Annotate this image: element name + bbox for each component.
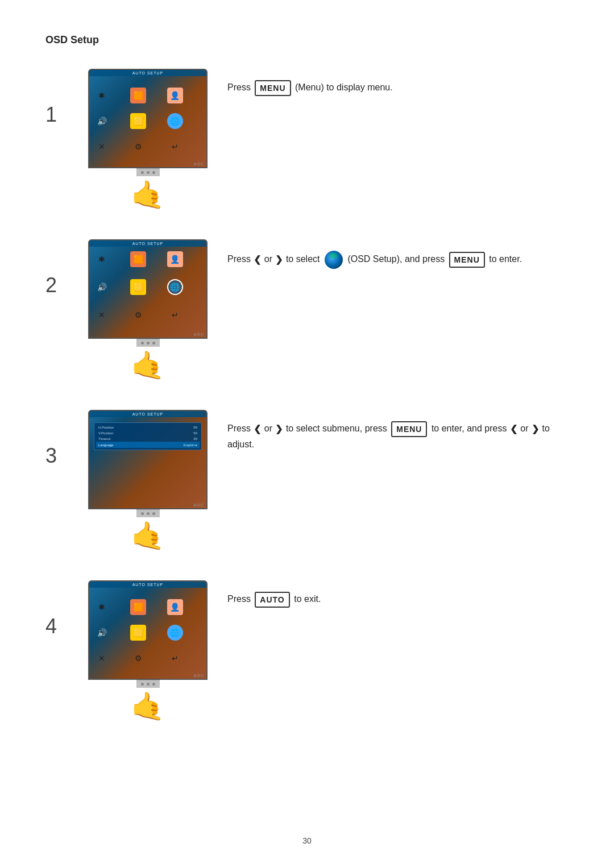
submenu-value: 50	[193, 426, 197, 429]
osd-icon: 🔊	[94, 279, 110, 295]
osd-icons-4: ✱ 🟧 👤 🔊 🟨 🌐 ✕ ⚙ ↵	[89, 588, 206, 679]
aoc-logo-4: AOC	[193, 674, 204, 678]
osd-icon: ↵	[167, 307, 183, 323]
osd-icons-1: ✱ 🟧 👤 🔊 🟨 🌐 ✕ ⚙ ↵	[89, 76, 206, 167]
dot	[141, 512, 144, 515]
osd-icon: ✱	[94, 599, 110, 615]
step-3-image: AUTO SETUP H.Position 50 V.Position 50	[85, 410, 210, 552]
screen-1: AUTO SETUP ✱ 🟧 👤 🔊 🟨 🌐 ✕ ⚙ ↵ AO	[89, 70, 206, 167]
osd-icon: 👤	[167, 251, 183, 267]
osd-icon: 🌐	[167, 625, 183, 641]
aoc-logo-1: AOC	[193, 162, 204, 166]
submenu-value: 30	[193, 437, 197, 441]
osd-icon: ⚙	[130, 139, 146, 155]
step-1-number: 1	[45, 69, 68, 127]
osd-icon: ⚙	[130, 307, 146, 323]
submenu-item: Timeout 30	[96, 436, 200, 442]
monitor-bottom-1	[136, 168, 160, 176]
chevron-right-3b: ❯	[532, 422, 539, 437]
osd-bar-2: AUTO SETUP	[89, 240, 206, 247]
chevron-left-3a: ❮	[254, 422, 261, 437]
screen-3: AUTO SETUP H.Position 50 V.Position 50	[89, 411, 206, 508]
osd-icon: 🟧	[130, 88, 146, 103]
osd-icon: 🟨	[130, 113, 146, 129]
menu-button-label-3: MENU	[391, 421, 427, 437]
step-4-description: Press AUTO to exit.	[227, 580, 569, 608]
screen-2: AUTO SETUP ✱ 🟧 👤 🔊 🟨 🌐 ✕ ⚙ ↵ AO	[89, 240, 206, 338]
dot	[152, 342, 155, 344]
dot	[147, 512, 150, 515]
submenu-value: 50	[193, 431, 197, 435]
step-1-row: 1 AUTO SETUP ✱ 🟧 👤 🔊 🟨 🌐 ✕ ⚙	[45, 69, 569, 211]
osd-icon: ⚙	[130, 650, 146, 666]
dot	[141, 342, 144, 344]
monitor-2: AUTO SETUP ✱ 🟧 👤 🔊 🟨 🌐 ✕ ⚙ ↵ AO	[88, 239, 208, 339]
osd-icon: 🔊	[94, 113, 110, 129]
monitor-bottom-2	[136, 339, 160, 347]
dot	[141, 683, 144, 686]
dot	[147, 683, 150, 686]
screen-4: AUTO SETUP ✱ 🟧 👤 🔊 🟨 🌐 ✕ ⚙ ↵ AO	[89, 582, 206, 679]
submenu-item: H.Position 50	[96, 425, 200, 430]
osd-icon: 👤	[167, 599, 183, 615]
submenu-label: Timeout	[98, 437, 110, 441]
osd-icon-globe: 🌐	[167, 279, 183, 295]
chevron-left-3b: ❮	[510, 422, 517, 437]
globe-icon-2	[325, 251, 343, 269]
osd-icon: ✕	[94, 650, 110, 666]
osd-bar-3: AUTO SETUP	[89, 411, 206, 417]
submenu-label: V.Position	[98, 431, 113, 435]
dot	[147, 171, 150, 174]
dot	[152, 512, 155, 515]
dot	[152, 171, 155, 174]
osd-icon: 🌐	[167, 113, 183, 129]
osd-icons-2: ✱ 🟧 👤 🔊 🟨 🌐 ✕ ⚙ ↵	[89, 247, 206, 338]
chevron-left-2: ❮	[254, 252, 261, 267]
dot	[152, 683, 155, 686]
step-4-image: AUTO SETUP ✱ 🟧 👤 🔊 🟨 🌐 ✕ ⚙ ↵ AO	[85, 580, 210, 722]
menu-button-label-1: MENU	[255, 80, 291, 96]
submenu-item: V.Position 50	[96, 430, 200, 436]
chevron-right-3a: ❯	[275, 422, 283, 437]
menu-button-label-2: MENU	[449, 252, 485, 268]
bottom-dots	[141, 512, 155, 515]
chevron-right-2: ❯	[275, 252, 283, 267]
osd-icon: ↵	[167, 139, 183, 155]
osd-icon: 🟧	[130, 251, 146, 267]
dot	[147, 342, 150, 344]
aoc-logo-2: AOC	[193, 333, 204, 337]
monitor-4: AUTO SETUP ✱ 🟧 👤 🔊 🟨 🌐 ✕ ⚙ ↵ AO	[88, 580, 208, 680]
osd-icon: ✕	[94, 139, 110, 155]
osd-icon: 🔊	[94, 625, 110, 641]
submenu-item-active: Language English ▸	[96, 442, 200, 448]
osd-icon: 🟨	[130, 279, 146, 295]
osd-icon: 👤	[167, 88, 183, 103]
hand-icon-3: 🤙	[131, 520, 165, 552]
osd-icon: ✱	[94, 251, 110, 267]
dot	[141, 171, 144, 174]
bottom-dots	[141, 683, 155, 686]
osd-icon: ✱	[94, 88, 110, 103]
step-2-number: 2	[45, 239, 68, 297]
bottom-dots	[141, 342, 155, 344]
bottom-dots	[141, 171, 155, 174]
monitor-bottom-4	[136, 680, 160, 688]
step-4-row: 4 AUTO SETUP ✱ 🟧 👤 🔊 🟨 🌐 ✕ ⚙	[45, 580, 569, 722]
step-2-image: AUTO SETUP ✱ 🟧 👤 🔊 🟨 🌐 ✕ ⚙ ↵ AO	[85, 239, 210, 381]
monitor-3: AUTO SETUP H.Position 50 V.Position 50	[88, 410, 208, 509]
auto-button-label: AUTO	[255, 592, 289, 608]
submenu-label: Language	[98, 443, 114, 447]
hand-icon-2: 🤙	[131, 350, 165, 381]
osd-bar-4: AUTO SETUP	[89, 582, 206, 588]
step-4-number: 4	[45, 580, 68, 638]
step-2-description: Press ❮ or ❯ to select (OSD Setup), and …	[227, 239, 569, 269]
step-3-number: 3	[45, 410, 68, 468]
submenu-label: H.Position	[98, 426, 114, 429]
monitor-bottom-3	[136, 509, 160, 517]
page-container: OSD Setup 1 AUTO SETUP ✱ 🟧 👤 🔊 🟨 🌐	[0, 0, 614, 757]
osd-submenu: H.Position 50 V.Position 50 Timeout 30	[94, 422, 202, 450]
hand-icon-4: 🤙	[131, 691, 165, 722]
submenu-value: English ▸	[184, 443, 197, 447]
step-3-description: Press ❮ or ❯ to select submenu, press ME…	[227, 410, 569, 452]
osd-bar-1: AUTO SETUP	[89, 70, 206, 76]
